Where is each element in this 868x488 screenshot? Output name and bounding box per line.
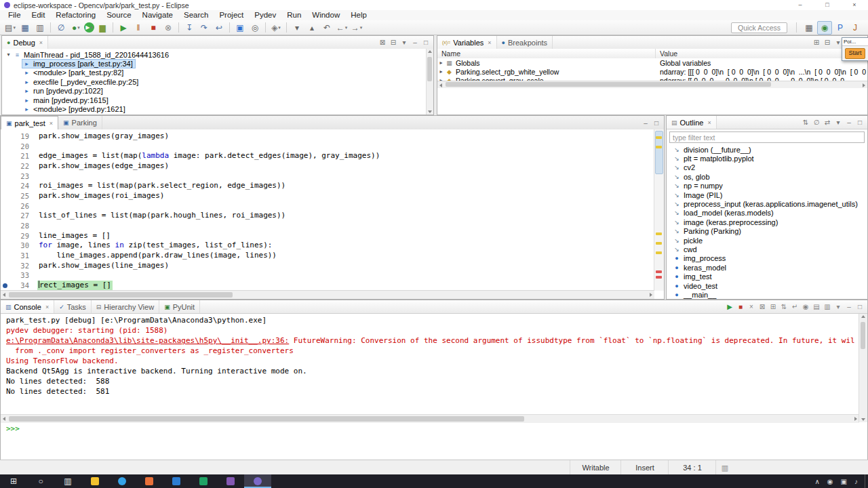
remove-launch-icon[interactable]: × — [746, 303, 757, 310]
external-tools-icon[interactable]: ◈▾ — [269, 22, 283, 34]
code-line[interactable]: 22park.show_images(edge_images) — [1, 161, 654, 171]
code-line[interactable]: 26 — [1, 201, 654, 211]
start-button[interactable]: ⊞ — [0, 474, 27, 488]
annotation-mark[interactable] — [656, 136, 662, 139]
mini-window-title[interactable]: Poi... — [842, 38, 868, 46]
minimize-view-icon[interactable]: – — [640, 119, 651, 127]
open-perspective-icon[interactable]: ▦ — [802, 22, 816, 34]
resume-icon[interactable]: ▶ — [117, 22, 130, 34]
cortana-search-button[interactable]: ○ — [27, 474, 54, 488]
code-line[interactable]: 33 — [1, 270, 654, 281]
previous-annotation-icon[interactable]: ▴ — [305, 22, 319, 34]
step-return-icon[interactable]: ↩ — [212, 22, 226, 34]
remove-all-launches-icon[interactable]: ⊠ — [757, 303, 768, 310]
dropdown-arrow-icon[interactable]: ▾ — [345, 25, 348, 30]
code-text[interactable]: line_images.append(park.draw_lines(image… — [37, 251, 278, 261]
debug-tree-row[interactable]: ▸<module> [park_test.py:82] — [2, 68, 427, 77]
variable-row[interactable]: ▸▦GlobalsGlobal variables — [437, 58, 867, 67]
view-menu-icon[interactable]: ▾ — [399, 39, 410, 46]
taskbar-app-browser[interactable] — [108, 474, 136, 488]
view-menu-icon[interactable]: ▾ — [833, 303, 844, 310]
remove-all-terminated-icon[interactable]: ⊠ — [377, 39, 388, 46]
scrollbar-thumb[interactable] — [9, 416, 524, 422]
suspend-icon[interactable]: ‖ — [132, 22, 145, 34]
debug-tree-row[interactable]: ▸run [pydevd.py:1022] — [2, 87, 427, 96]
annotation-mark[interactable] — [656, 146, 662, 148]
expander-icon[interactable]: ▸ — [437, 68, 445, 75]
outline-item[interactable]: ↘load_model (keras.models) — [667, 209, 867, 218]
variables-horizontal-scrollbar[interactable] — [437, 81, 867, 88]
scroll-up-icon[interactable] — [861, 315, 865, 318]
debug-vertical-scrollbar[interactable] — [426, 49, 433, 115]
collapse-all-icon[interactable]: ⊟ — [822, 39, 833, 46]
console-activity-icon[interactable]: ▥ — [715, 460, 734, 475]
code-text[interactable]: park.show_images(line_images) — [37, 261, 170, 271]
console-horizontal-scrollbar[interactable] — [1, 414, 859, 423]
terminate-icon[interactable]: ■ — [146, 22, 160, 34]
minimize-view-icon[interactable]: – — [844, 119, 854, 126]
annotation-ruler[interactable] — [1, 241, 10, 251]
annotation-ruler[interactable] — [1, 171, 10, 182]
annotation-ruler[interactable] — [1, 191, 10, 201]
scroll-down-icon[interactable] — [861, 418, 865, 421]
scroll-lock-icon[interactable]: ⇅ — [778, 303, 789, 310]
display-selected-console-icon[interactable]: ▤ — [811, 303, 822, 310]
annotation-ruler[interactable] — [1, 221, 10, 231]
menu-file[interactable]: File — [3, 10, 26, 20]
code-text[interactable]: line_images = [] — [37, 231, 112, 241]
code-line[interactable]: 19park.show_images(gray_images) — [1, 131, 654, 142]
code-line[interactable]: 32park.show_images(line_images) — [1, 261, 654, 271]
maximize-view-icon[interactable]: □ — [854, 303, 865, 310]
code-text[interactable]: park.show_images(gray_images) — [37, 131, 170, 142]
outline-item[interactable]: ↘Image (PIL) — [667, 190, 867, 199]
scroll-up-icon[interactable] — [428, 50, 432, 53]
taskbar-app-file-explorer[interactable] — [81, 474, 108, 488]
step-into-icon[interactable]: ↧ — [182, 22, 196, 34]
code-line[interactable]: 31 line_images.append(park.draw_lines(im… — [1, 251, 654, 261]
annotation-ruler[interactable] — [1, 131, 10, 142]
annotation-mark[interactable] — [656, 251, 662, 254]
debug-tree-row[interactable]: ▸main [pydevd.py:1615] — [2, 96, 427, 104]
menu-pydev[interactable]: Pydev — [249, 10, 281, 20]
scroll-right-icon[interactable] — [650, 293, 652, 297]
next-annotation-icon[interactable]: ▾ — [290, 22, 304, 34]
code-text[interactable]: park.show_images(edge_images) — [37, 161, 170, 171]
back-icon[interactable]: ←▾ — [335, 22, 349, 34]
close-tab-icon[interactable]: × — [45, 304, 49, 310]
outline-item[interactable]: ↘np = numpy — [667, 182, 867, 190]
print-icon[interactable]: ▥ — [33, 22, 47, 34]
outline-item[interactable]: ●img_process — [667, 254, 867, 263]
save-icon[interactable]: ▦ — [18, 22, 32, 34]
close-tab-icon[interactable]: × — [707, 119, 711, 126]
editor-tab-parking[interactable]: ▣Parking — [58, 116, 102, 129]
scroll-right-icon[interactable] — [854, 417, 857, 421]
scroll-left-icon[interactable] — [3, 417, 5, 421]
menu-source[interactable]: Source — [101, 10, 136, 20]
code-line[interactable]: 25park.show_images(roi_images) — [1, 191, 654, 201]
outline-item[interactable]: ●keras_model — [667, 263, 867, 272]
code-text[interactable]: edge_images = list(map(lambda image: par… — [37, 151, 381, 161]
code-line[interactable]: 24roi_images = list(map(park.select_regi… — [1, 181, 654, 191]
outline-item[interactable]: ↘os, glob — [667, 172, 867, 181]
code-line[interactable]: 29line_images = [] — [1, 231, 654, 241]
annotation-ruler[interactable] — [1, 201, 10, 211]
annotation-ruler[interactable] — [1, 251, 10, 261]
code-line[interactable]: 27list_of_lines = list(map(park.hough_li… — [1, 211, 654, 221]
menu-refactoring[interactable]: Refactoring — [50, 10, 101, 20]
outline-item[interactable]: ↘pickle — [667, 236, 867, 245]
tray-icon-2[interactable]: ▣ — [841, 478, 847, 485]
sort-icon[interactable]: ⇅ — [800, 119, 811, 126]
outline-item[interactable]: ●__main__ — [667, 290, 867, 299]
show-logical-structure-icon[interactable]: ⊞ — [811, 39, 822, 46]
code-text[interactable]: rect_images = [] — [37, 281, 113, 291]
annotation-ruler[interactable] — [1, 211, 10, 221]
code-text[interactable]: park.show_images(roi_images) — [37, 191, 165, 201]
column-name[interactable]: Name — [437, 49, 656, 58]
console-tab-console[interactable]: ▥Console× — [1, 300, 54, 313]
taskbar-app-tool[interactable] — [217, 474, 244, 488]
terminate-icon[interactable]: ■ — [735, 303, 746, 310]
outline-item[interactable]: ↘cv2 — [667, 163, 867, 172]
tray-icon-3[interactable]: ♪ — [854, 478, 858, 485]
scroll-right-icon[interactable] — [863, 83, 865, 87]
code-line[interactable]: 20 — [1, 142, 654, 152]
